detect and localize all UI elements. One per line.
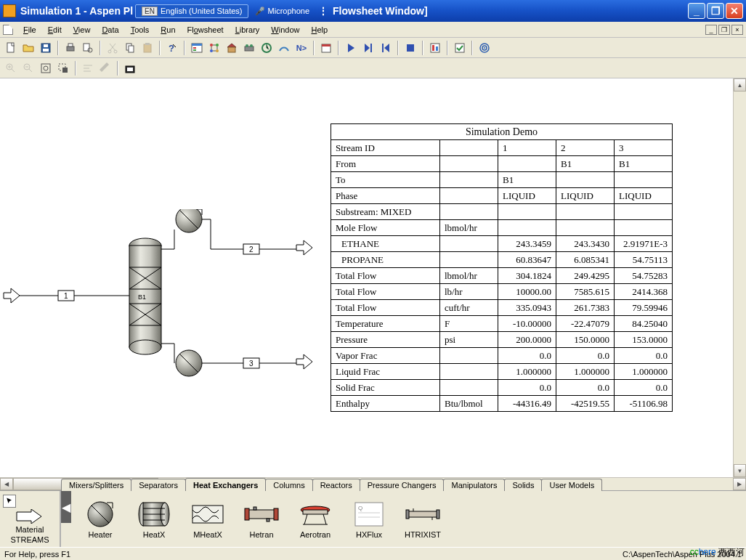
menu-edit[interactable]: Edit bbox=[42, 24, 68, 36]
palette-item[interactable]: Aerotran bbox=[292, 500, 338, 539]
palette-tab[interactable]: Mixers/Splitters bbox=[61, 479, 131, 491]
maximize-button[interactable]: ❐ bbox=[707, 3, 724, 19]
check-results-icon[interactable] bbox=[452, 40, 468, 56]
svg-rect-30 bbox=[370, 44, 372, 52]
open-file-icon[interactable] bbox=[20, 40, 36, 56]
save-icon[interactable] bbox=[38, 40, 54, 56]
back-icon[interactable] bbox=[378, 40, 394, 56]
menu-view[interactable]: View bbox=[68, 24, 97, 36]
close-button[interactable]: ✕ bbox=[726, 3, 743, 19]
block-id-label: B1 bbox=[138, 293, 146, 301]
menu-file[interactable]: File bbox=[17, 24, 42, 36]
data-browser-icon[interactable] bbox=[189, 40, 205, 56]
palette-tab[interactable]: User Models bbox=[541, 479, 602, 491]
next-button[interactable]: N> bbox=[293, 40, 309, 56]
language-bar[interactable]: EN English (United States) bbox=[135, 4, 248, 18]
menu-run[interactable]: Run bbox=[155, 24, 181, 36]
new-file-icon[interactable] bbox=[3, 40, 19, 56]
target-icon[interactable] bbox=[477, 40, 492, 56]
scroll-right-icon[interactable]: ▶ bbox=[733, 478, 746, 490]
palette-item[interactable]: Hetran bbox=[238, 500, 285, 539]
svg-rect-2 bbox=[43, 49, 49, 52]
table-row: Total Flowcuft/hr335.0943261.738379.5994… bbox=[331, 300, 673, 316]
stream-1-label: 1 bbox=[64, 292, 68, 300]
print-preview-icon[interactable] bbox=[80, 40, 96, 56]
step-icon[interactable] bbox=[360, 40, 376, 56]
lock-icon[interactable] bbox=[122, 60, 138, 76]
brush-icon[interactable] bbox=[97, 60, 113, 76]
palette-scroll-left-icon[interactable]: ◀ bbox=[61, 491, 71, 523]
results-summary-icon[interactable] bbox=[427, 40, 443, 56]
flowsheet-canvas[interactable]: 1 B bbox=[0, 78, 733, 477]
stop-icon[interactable] bbox=[402, 40, 418, 56]
mdi-restore-button[interactable]: ❐ bbox=[718, 25, 730, 35]
palette-item[interactable]: HTRIXIST bbox=[400, 500, 446, 539]
help-icon[interactable]: ? bbox=[164, 40, 180, 56]
palette-tab[interactable]: Columns bbox=[265, 479, 312, 491]
reinit-icon[interactable] bbox=[241, 40, 257, 56]
units-icon[interactable] bbox=[259, 40, 275, 56]
table-row: Solid Frac0.00.00.0 bbox=[331, 380, 673, 396]
cut-icon[interactable] bbox=[105, 40, 121, 56]
palette-tab[interactable]: Separators bbox=[131, 479, 186, 491]
palette-tab[interactable]: Pressure Changers bbox=[360, 479, 445, 491]
pointer-icon[interactable] bbox=[3, 495, 16, 508]
row-value: LIQUID bbox=[498, 188, 556, 204]
heater-icon bbox=[82, 500, 118, 529]
row-value: -22.47079 bbox=[556, 316, 615, 332]
row-value bbox=[556, 204, 615, 220]
zoom-in-icon[interactable] bbox=[3, 60, 19, 76]
svg-rect-29 bbox=[322, 44, 331, 46]
zoom-full-icon[interactable] bbox=[38, 60, 54, 76]
row-value: 0.0 bbox=[615, 348, 673, 364]
flowsheet-icon[interactable] bbox=[206, 40, 222, 56]
menu-window[interactable]: Window bbox=[265, 24, 305, 36]
mdi-close-button[interactable]: × bbox=[731, 25, 743, 35]
menu-help[interactable]: Help bbox=[305, 24, 333, 36]
row-value: -42519.55 bbox=[556, 396, 615, 412]
palette-item[interactable]: HeatX bbox=[131, 500, 177, 539]
svg-rect-33 bbox=[431, 44, 439, 52]
row-value: 335.0943 bbox=[498, 300, 556, 316]
control-panel-icon[interactable] bbox=[224, 40, 240, 56]
scroll-left-icon[interactable]: ◀ bbox=[0, 478, 13, 490]
calendar-icon[interactable] bbox=[318, 40, 334, 56]
row-label: Total Flow bbox=[331, 300, 440, 316]
heatx-icon bbox=[136, 500, 172, 529]
row-value: 79.59946 bbox=[615, 300, 673, 316]
scroll-up-icon[interactable]: ▲ bbox=[734, 78, 746, 92]
process-diagram[interactable]: 1 B bbox=[0, 209, 320, 398]
table-row: Liquid Frac1.0000001.0000001.000000 bbox=[331, 364, 673, 380]
palette-item[interactable]: Heater bbox=[77, 500, 123, 539]
minimize-button[interactable]: _ bbox=[688, 3, 705, 19]
microphone-button[interactable]: 🎤 Microphone bbox=[251, 5, 314, 17]
mdi-minimize-button[interactable]: _ bbox=[705, 25, 717, 35]
palette-item[interactable]: QHXFlux bbox=[346, 500, 392, 539]
language-code: EN bbox=[142, 7, 158, 16]
menu-data[interactable]: Data bbox=[96, 24, 124, 36]
align-icon[interactable] bbox=[80, 60, 96, 76]
menu-library[interactable]: Library bbox=[230, 24, 266, 36]
print-icon[interactable] bbox=[62, 40, 78, 56]
scroll-down-icon[interactable]: ▼ bbox=[734, 464, 746, 477]
vertical-scrollbar[interactable]: ▲ ▼ bbox=[733, 78, 746, 477]
zoom-selection-icon[interactable] bbox=[55, 60, 71, 76]
palette-tab[interactable]: Manipulators bbox=[443, 479, 505, 491]
material-streams-button[interactable]: Material STREAMS bbox=[0, 491, 61, 547]
run-icon[interactable] bbox=[343, 40, 359, 56]
palette-tab[interactable]: Reactors bbox=[312, 479, 360, 491]
design-spec-icon[interactable] bbox=[276, 40, 292, 56]
zoom-out-icon[interactable] bbox=[20, 60, 36, 76]
palette-tab[interactable]: Solids bbox=[504, 479, 542, 491]
palette-item[interactable]: MHeatX bbox=[185, 500, 231, 539]
paste-icon[interactable] bbox=[139, 40, 155, 56]
palette-tab[interactable]: Heat Exchangers bbox=[185, 478, 266, 491]
column-block[interactable]: B1 bbox=[129, 238, 161, 354]
palette-item-label: HTRIXIST bbox=[405, 530, 441, 539]
htrixist-icon bbox=[405, 500, 441, 529]
menu-flowsheet[interactable]: Flowsheet bbox=[182, 24, 230, 36]
document-icon[interactable] bbox=[3, 25, 13, 35]
copy-icon[interactable] bbox=[122, 40, 138, 56]
menu-tools[interactable]: Tools bbox=[125, 24, 155, 36]
aerotran-icon bbox=[297, 500, 333, 529]
